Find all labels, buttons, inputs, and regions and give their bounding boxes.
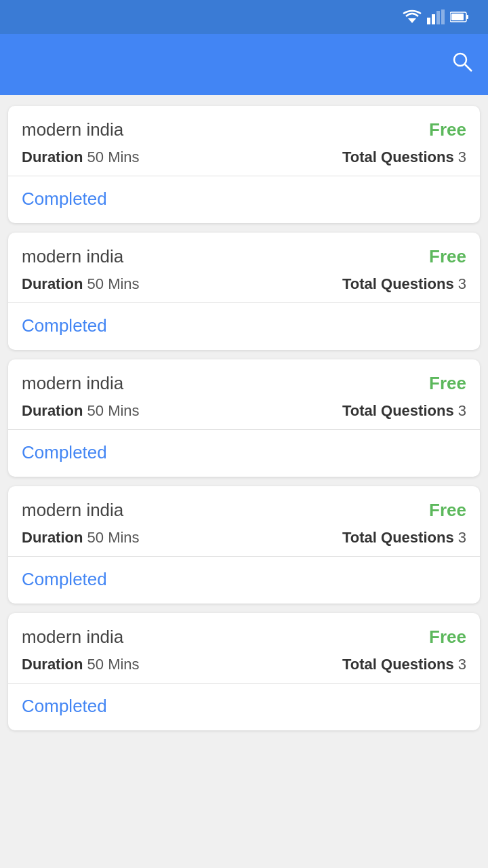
- svg-rect-1: [427, 18, 430, 24]
- card-title: modern india: [22, 373, 123, 394]
- card-meta: Duration 50 Mins Total Questions 3: [22, 656, 466, 673]
- card-title: modern india: [22, 119, 123, 140]
- svg-point-8: [454, 54, 466, 66]
- card-status[interactable]: Completed: [22, 176, 466, 223]
- card-list: modern india Free Duration 50 Mins Total…: [0, 95, 488, 741]
- svg-rect-3: [436, 11, 440, 24]
- card-meta: Duration 50 Mins Total Questions 3: [22, 529, 466, 547]
- search-button[interactable]: [450, 50, 474, 79]
- card-meta: Duration 50 Mins Total Questions 3: [22, 275, 466, 293]
- card-header: modern india Free: [22, 500, 466, 521]
- search-icon: [450, 50, 474, 74]
- card-header: modern india Free: [22, 627, 466, 648]
- card-questions: Total Questions 3: [342, 275, 466, 293]
- signal-icon: [427, 9, 445, 24]
- battery-icon: [450, 11, 469, 23]
- status-bar: [0, 0, 488, 34]
- card-questions: Total Questions 3: [342, 656, 466, 673]
- card-free-label: Free: [429, 627, 466, 648]
- list-item: modern india Free Duration 50 Mins Total…: [8, 613, 480, 730]
- card-title: modern india: [22, 500, 123, 521]
- card-free-label: Free: [429, 500, 466, 521]
- card-status[interactable]: Completed: [22, 430, 466, 477]
- status-icons: [403, 9, 474, 24]
- card-questions: Total Questions 3: [342, 149, 466, 166]
- svg-rect-2: [432, 14, 435, 24]
- card-header: modern india Free: [22, 373, 466, 394]
- app-bar: [0, 34, 488, 95]
- card-duration: Duration 50 Mins: [22, 149, 140, 166]
- card-meta: Duration 50 Mins Total Questions 3: [22, 149, 466, 166]
- card-duration: Duration 50 Mins: [22, 529, 140, 547]
- card-questions: Total Questions 3: [342, 529, 466, 547]
- card-free-label: Free: [429, 119, 466, 140]
- card-header: modern india Free: [22, 119, 466, 140]
- card-status[interactable]: Completed: [22, 303, 466, 350]
- card-status[interactable]: Completed: [22, 684, 466, 730]
- card-free-label: Free: [429, 373, 466, 394]
- svg-marker-0: [408, 18, 416, 23]
- card-meta: Duration 50 Mins Total Questions 3: [22, 402, 466, 420]
- list-item: modern india Free Duration 50 Mins Total…: [8, 359, 480, 477]
- card-header: modern india Free: [22, 246, 466, 267]
- card-title: modern india: [22, 627, 123, 648]
- card-title: modern india: [22, 246, 123, 267]
- card-status[interactable]: Completed: [22, 557, 466, 604]
- card-duration: Duration 50 Mins: [22, 656, 140, 673]
- list-item: modern india Free Duration 50 Mins Total…: [8, 233, 480, 350]
- svg-rect-7: [451, 14, 464, 20]
- list-item: modern india Free Duration 50 Mins Total…: [8, 106, 480, 223]
- card-duration: Duration 50 Mins: [22, 275, 140, 293]
- svg-rect-6: [466, 15, 468, 19]
- card-free-label: Free: [429, 246, 466, 267]
- svg-line-9: [465, 64, 472, 71]
- svg-rect-4: [441, 9, 445, 24]
- card-duration: Duration 50 Mins: [22, 402, 140, 420]
- list-item: modern india Free Duration 50 Mins Total…: [8, 486, 480, 604]
- card-questions: Total Questions 3: [342, 402, 466, 420]
- wifi-icon: [403, 9, 422, 24]
